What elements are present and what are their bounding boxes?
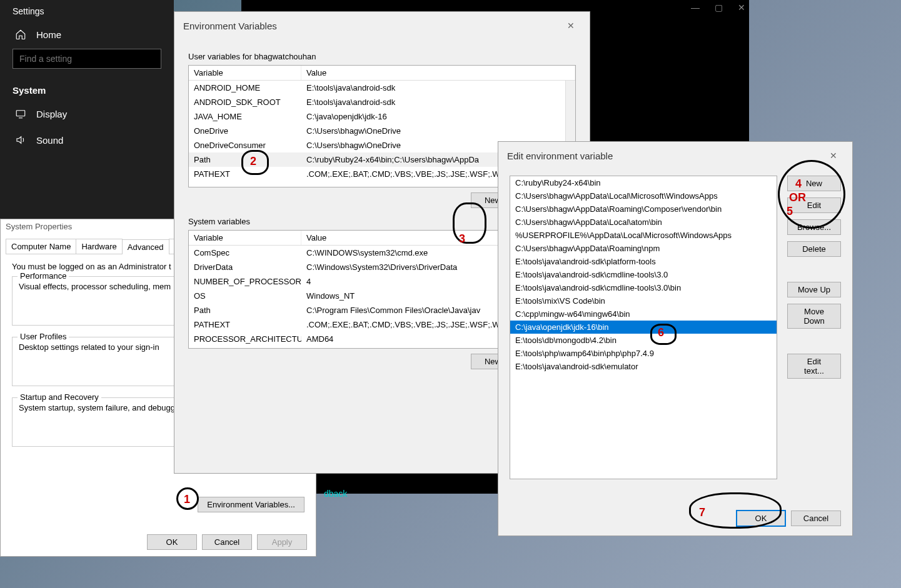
display-icon <box>15 108 26 119</box>
col-value[interactable]: Value <box>301 66 575 80</box>
editenv-title: Edit environment variable <box>507 151 613 161</box>
annotation-7: 7 <box>699 506 705 519</box>
nav-item-sound[interactable]: Sound <box>0 127 174 153</box>
home-icon <box>15 29 26 40</box>
apply-button[interactable]: Apply <box>257 534 307 550</box>
user-vars-label: User variables for bhagwatchouhan <box>188 52 576 61</box>
annotation-4: 4 <box>795 177 802 191</box>
move-down-button[interactable]: Move Down <box>787 304 841 329</box>
sound-icon <box>15 134 26 146</box>
annotation-circle <box>453 202 486 244</box>
list-item[interactable]: C:\Users\bhagw\AppData\Roaming\npm <box>510 242 777 255</box>
list-item[interactable]: E:\tools\java\android-sdk\cmdline-tools\… <box>510 281 777 294</box>
cancel-button[interactable]: Cancel <box>202 534 252 550</box>
nav-item-label: Sound <box>36 135 63 146</box>
group-title: Performance <box>18 271 69 281</box>
table-row[interactable]: ANDROID_SDK_ROOTE:\tools\java\android-sd… <box>189 95 575 109</box>
list-item[interactable]: C:\Users\bhagw\AppData\Local\atom\bin <box>510 216 777 229</box>
annotation-5: 5 <box>787 205 793 218</box>
list-item[interactable]: E:\tools\java\android-sdk\cmdline-tools\… <box>510 268 777 281</box>
svg-rect-0 <box>16 111 25 116</box>
minimize-icon[interactable]: — <box>691 2 700 12</box>
annotation-circle <box>778 160 845 229</box>
group-title: User Profiles <box>18 332 69 341</box>
list-item[interactable]: %USERPROFILE%\AppData\Local\Microsoft\Wi… <box>510 229 777 242</box>
list-item[interactable]: C:\java\openjdk\jdk-16\bin <box>510 321 777 334</box>
nav-home[interactable]: Home <box>0 22 174 49</box>
cancel-button[interactable]: Cancel <box>791 511 841 526</box>
tab-computer-name[interactable]: Computer Name <box>6 239 76 254</box>
table-row[interactable]: OneDriveC:\Users\bhagw\OneDrive <box>189 124 575 138</box>
list-item[interactable]: E:\tools\java\android-sdk\emulator <box>510 360 777 373</box>
annotation-6: 6 <box>658 326 664 339</box>
nav-home-label: Home <box>36 29 61 40</box>
table-row[interactable]: JAVA_HOMEC:\java\openjdk\jdk-16 <box>189 109 575 124</box>
settings-window: Settings Home System Display Sound <box>0 0 174 219</box>
list-item[interactable]: E:\tools\java\android-sdk\platform-tools <box>510 255 777 268</box>
list-item[interactable]: E:\tools\mix\VS Code\bin <box>510 294 777 307</box>
col-variable[interactable]: Variable <box>189 231 301 245</box>
close-icon[interactable]: ✕ <box>738 2 745 12</box>
move-up-button[interactable]: Move Up <box>787 282 841 297</box>
annotation-or: OR <box>789 191 806 204</box>
delete-button[interactable]: Delete <box>787 241 841 257</box>
maximize-icon[interactable]: ▢ <box>715 2 723 12</box>
nav-section-system: System <box>0 80 174 101</box>
search-input[interactable] <box>13 49 161 69</box>
feedback-link[interactable]: dback <box>324 489 347 499</box>
list-item[interactable]: C:\Users\bhagw\AppData\Roaming\Composer\… <box>510 202 777 216</box>
ok-button[interactable]: OK <box>147 534 197 550</box>
list-item[interactable]: C:\ruby\Ruby24-x64\bin <box>510 176 777 189</box>
list-item[interactable]: C:\cpp\mingw-w64\mingw64\bin <box>510 307 777 321</box>
annotation-2: 2 <box>250 155 256 168</box>
close-icon[interactable]: ✕ <box>823 148 843 163</box>
environment-variables-button[interactable]: Environment Variables... <box>198 497 305 512</box>
table-row[interactable]: ANDROID_HOMEE:\tools\java\android-sdk <box>189 81 575 95</box>
group-title: Startup and Recovery <box>18 392 101 402</box>
annotation-1: 1 <box>184 493 190 506</box>
envvars-title: Environment Variables <box>183 21 277 31</box>
list-item[interactable]: E:\tools\php\wamp64\bin\php\php7.4.9 <box>510 347 777 360</box>
list-item[interactable]: E:\tools\db\mongodb\4.2\bin <box>510 334 777 347</box>
edit-text-button[interactable]: Edit text... <box>787 354 841 379</box>
nav-item-display[interactable]: Display <box>0 101 174 127</box>
list-item[interactable]: C:\Users\bhagw\AppData\Local\Microsoft\W… <box>510 189 777 202</box>
nav-item-label: Display <box>36 109 67 119</box>
path-list[interactable]: C:\ruby\Ruby24-x64\binC:\Users\bhagw\App… <box>510 176 777 479</box>
tab-hardware[interactable]: Hardware <box>76 239 122 254</box>
tab-advanced[interactable]: Advanced <box>122 239 169 254</box>
annotation-3: 3 <box>459 232 465 246</box>
col-variable[interactable]: Variable <box>189 66 301 80</box>
close-icon[interactable]: ✕ <box>561 18 581 33</box>
settings-title: Settings <box>0 0 174 22</box>
